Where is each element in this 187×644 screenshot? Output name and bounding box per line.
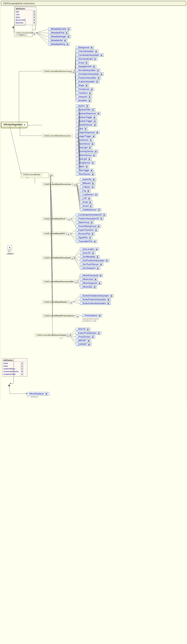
node-receiver-pdu: _ReceiverPdu ■: [76, 232, 95, 236]
node-hanim-segment-child: _HAnimSegment ■: [80, 282, 102, 285]
hanim-displacer-node: HAnimDisplacer ■: [27, 392, 49, 396]
svg-line-85: [74, 258, 80, 264]
node-coord-interp-2d: _CoordinateInterpolator2D ■: [76, 213, 107, 216]
node-background: _Background ■: [76, 46, 94, 49]
child-content-interactive-label: ChildContentModelInteractive: [42, 134, 73, 138]
connector-label-1: 0..*: [7, 250, 10, 252]
bottom-connector-diamond: ◆: [8, 384, 10, 387]
svg-line-81: [74, 249, 80, 258]
node-extern-proto-declare: _ExternProtoDeclare ■: [76, 332, 101, 335]
bottom-attr-center-of-mass: centerOfMass ■: [3, 368, 26, 370]
expand-icon-interchange[interactable]: ⊕: [72, 70, 75, 74]
expand-icon-main[interactable]: ⊕: [50, 174, 53, 177]
connector-label-1b: children: [7, 252, 14, 254]
expand-icon-humanoid[interactable]: ⊕: [74, 280, 78, 284]
node-pos-interp-2d: _PositionInterpolator2D ■: [76, 217, 104, 220]
node-viewpoint: _Viewpoint ■: [76, 95, 92, 98]
node-texture-bg: _TextureBackground ■: [76, 225, 101, 228]
svg-line-61: [77, 184, 80, 191]
attr-bboxcenter: bboxCenter ■: [15, 19, 35, 21]
connector-box-1: ◆: [8, 246, 12, 250]
node-load-sensor: _LoadSensor ■: [80, 193, 99, 196]
expand-icon-geo[interactable]: ⊕: [71, 257, 74, 260]
child-content-sceneg-count: 0..#: [60, 337, 63, 339]
node-sound: _Sound ■: [80, 204, 93, 208]
node-normal-interpolator: _NormalInterpolator ■: [76, 69, 100, 72]
child-content-geo-label: ChildContentModelGeoSpatial: [42, 256, 73, 260]
expand-icon-sceneg[interactable]: ⊕: [66, 334, 70, 338]
svg-line-96: [73, 300, 80, 302]
expand-icon-core[interactable]: ⊕: [33, 32, 36, 36]
node-geo-lod: _GeoLOD ■: [80, 252, 95, 254]
node-time-trigger: _TimeTrigger ■: [76, 169, 94, 172]
svg-line-17: [36, 33, 48, 44]
svg-line-71: [71, 219, 76, 222]
node-inline: _Inline ■: [76, 127, 88, 130]
svg-line-75: [70, 230, 76, 234]
node-navigation-info: _NavigationInfo ■: [76, 65, 96, 68]
node-metadata-set: _MetadataSet ■: [48, 39, 67, 42]
node-touch-sensor: _TouchSensor ■: [76, 172, 95, 176]
node-collision: _Collision ■: [80, 186, 95, 188]
node-orientation-interpolator: _OrientationInterpolator ■: [76, 72, 104, 76]
expand-icon-nurbs[interactable]: ⊕: [69, 301, 73, 304]
node-world-info: _WorldInfo ■: [76, 99, 92, 102]
node-plane-sensor: _PlaneSensor ■: [76, 142, 95, 146]
expand-icon-full[interactable]: ⊕: [67, 218, 71, 221]
svg-line-77: [70, 234, 76, 238]
svg-line-59: [77, 183, 80, 184]
svg-line-86: [74, 258, 80, 268]
expand-icon-immersive[interactable]: ⊕: [73, 183, 77, 186]
child-content-humanoid-label: ChildContentModelHumanoidAn...: [42, 280, 77, 284]
title-bar: X3DGroupingNode (extension): [1, 1, 186, 6]
node-spot-light: _SpotLight ■: [76, 158, 92, 160]
node-hanim-joint: _HAnimJoint ■: [80, 278, 98, 281]
svg-line-83: [74, 257, 80, 258]
svg-line-103: [70, 330, 76, 335]
top-diamond: ◆: [12, 25, 14, 29]
svg-line-76: [70, 234, 76, 234]
node-transmitter-pdu: _TransmitterPdu ■: [76, 240, 97, 243]
proto-note: Appropriately-typedsubstitution node: [82, 318, 99, 322]
expand-icon-dis[interactable]: ⊕: [67, 232, 70, 236]
svg-line-92: [78, 282, 80, 287]
child-content-dis-label: ChildContentModelDIS: [42, 232, 67, 236]
node-signal-pdu: _SignalPdu ■: [76, 236, 92, 239]
node-boolean-toggle: _BooleanToggle ■: [76, 116, 97, 119]
diagram-container: X3DGroupingNode (extension) attributes D…: [0, 0, 187, 644]
displacer-sublabel: 0..* displacer: [27, 396, 38, 398]
svg-line-82: [74, 253, 80, 258]
child-content-nurbs-label: ChildContentModelNurbs: [42, 300, 69, 304]
node-directional-light: _DirectionalLight ■: [76, 57, 98, 60]
node-metadata-double: _MetadataDouble ■: [48, 28, 71, 30]
node-export: _EXPORT ■: [76, 343, 92, 346]
node-lod: _LOD ■: [80, 197, 91, 200]
svg-line-72: [71, 219, 76, 226]
node-geo-touch-sensor: _GeoTouchSensor ■: [80, 263, 103, 266]
node-audio-clip: _AudioClip ■: [80, 178, 96, 181]
node-proto-instance: _ProtoInstance ■: [82, 314, 102, 317]
node-proto-declare: _ProtoDeclare ■: [76, 335, 95, 338]
node-time-sensor: _TimeSensor ■: [76, 88, 94, 91]
node-espdu-transform: _EspduTransform ■: [76, 228, 98, 232]
svg-line-69: [71, 215, 76, 219]
node-switch: _Switch ■: [76, 165, 89, 168]
svg-line-63: [77, 184, 80, 198]
child-content-sceneg-label: ChildContentModelSceneGraphS...: [35, 334, 71, 337]
node-sphere-sensor: _SphereSensor ■: [76, 154, 96, 157]
svg-rect-7: [1, 1, 186, 400]
svg-line-64: [77, 184, 80, 202]
node-metadata-string: _MetadataString ■: [48, 42, 70, 46]
node-integer-trigger: _IntegerTrigger ■: [76, 135, 96, 138]
node-fog: _Fog ■: [80, 189, 91, 192]
expand-icon-proto[interactable]: ⊕: [76, 314, 79, 318]
svg-line-66: [77, 184, 80, 210]
svg-line-55: [10, 125, 21, 174]
node-group: _Group ■: [76, 61, 89, 64]
node-coord-interpolator: _CoordinateInterpolator ■: [76, 54, 104, 57]
bottom-attr-mass: mass ■: [3, 365, 26, 367]
node-boolean-trigger: _BooleanTrigger ■: [76, 120, 97, 123]
svg-line-107: [70, 335, 76, 344]
node-hanim-humanoid: _HAnimHumanoid ■: [80, 274, 103, 277]
node-point-light: _PointLight ■: [76, 146, 92, 149]
